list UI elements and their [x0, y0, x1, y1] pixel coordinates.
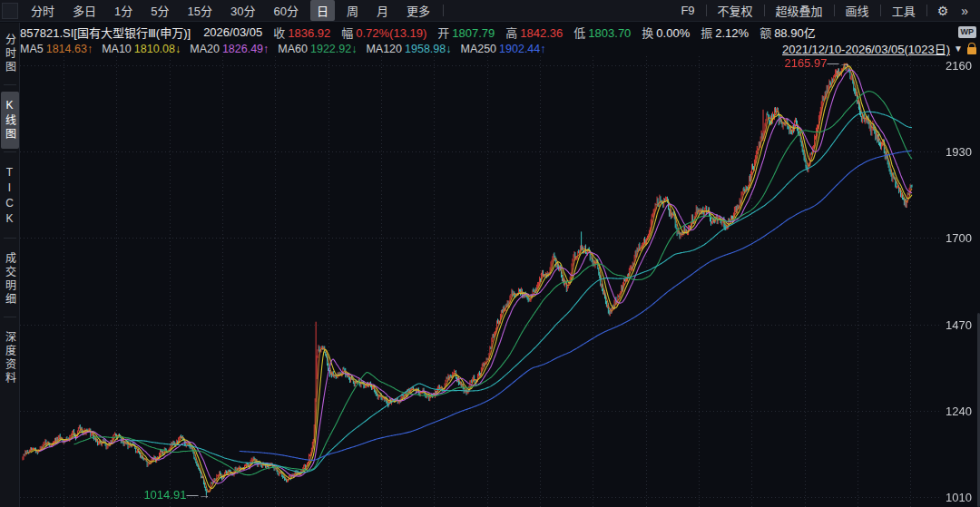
sidebar-divider	[4, 151, 16, 152]
period-tab-30分[interactable]: 30分	[224, 0, 261, 21]
unlock-icon[interactable]	[967, 47, 976, 54]
quote-date: 2026/03/05	[203, 25, 262, 39]
sidebar-divider	[4, 317, 16, 317]
ma-value-MA250: MA2501902.44↑	[460, 43, 545, 55]
quote-field-value: 1803.70	[588, 26, 631, 40]
ma-value-MA5: MA51814.63↑	[20, 43, 93, 55]
toolbar-divider	[706, 5, 707, 16]
corner-button[interactable]	[2, 3, 18, 19]
gear-icon[interactable]: ⚙	[931, 4, 956, 18]
sidebar-item-深度资料[interactable]: 深度资料	[1, 324, 19, 393]
toolbar-button-超级叠加[interactable]: 超级叠加	[769, 0, 830, 21]
toolbar-divider	[834, 5, 835, 16]
quote-field-value: 2.12%	[715, 26, 749, 40]
price-axis-label: 1930	[946, 145, 978, 159]
price-axis-label: 1010	[946, 491, 978, 504]
date-range-selector[interactable]: 2021/12/10-2026/03/05(1023日)	[782, 40, 950, 57]
period-tab-5分[interactable]: 5分	[144, 0, 175, 21]
low-price-annotation: 1014.91—→	[143, 488, 210, 502]
ma-value-MA10: MA101810.08↓	[102, 43, 181, 55]
toolbar-right: F9不复权超级叠加画线工具⚙»	[673, 0, 980, 21]
period-tabs: 分时多日1分5分15分30分60分日周月更多	[22, 0, 439, 21]
quote-field-label: 低	[573, 26, 585, 40]
kline-chart-area: 216019301700147012401010 2165.97—→ 1014.…	[20, 56, 980, 507]
sidebar-item-K线图[interactable]: K线图	[1, 92, 19, 149]
period-tab-月[interactable]: 月	[370, 0, 395, 21]
quote-field-value: 1807.79	[452, 26, 495, 40]
trading-terminal: 分时多日1分5分15分30分60分日周月更多 F9不复权超级叠加画线工具⚙» 8…	[0, 0, 980, 507]
sidebar-divider	[4, 84, 16, 85]
price-axis-label: 2160	[946, 59, 978, 73]
price-axis-label: 1240	[946, 405, 978, 418]
quote-field-value: 0.00%	[656, 26, 690, 40]
quote-field-label: 收	[273, 26, 285, 40]
toolbar-divider	[764, 5, 765, 16]
quote-field-label: 额	[760, 26, 771, 40]
period-tab-分时[interactable]: 分时	[24, 0, 61, 21]
quote-field-label: 开	[437, 26, 449, 40]
quote-field-label: 换	[642, 26, 653, 40]
overflow-chevrons-icon[interactable]: »	[955, 4, 975, 18]
sidebar-item-TICK[interactable]: TICK	[1, 159, 19, 235]
quote-field-label: 高	[505, 26, 517, 40]
sidebar-item-分时图[interactable]: 分时图	[1, 26, 19, 82]
quote-fields: 收1836.92幅0.72%(13.19)开1807.79高1842.36低18…	[273, 24, 826, 41]
toolbar-button-F9[interactable]: F9	[673, 2, 701, 19]
quote-field-value: 88.90亿	[774, 26, 816, 40]
price-axis-label: 1470	[946, 318, 978, 332]
price-axis-label: 1700	[946, 231, 978, 245]
period-tab-60分[interactable]: 60分	[267, 0, 304, 21]
ma-value-MA120: MA1201958.98↓	[366, 43, 451, 55]
ma-value-MA20: MA201826.49↑	[190, 43, 269, 55]
ma-bar-right: 2021/12/10-2026/03/05(1023日) ▼	[782, 40, 980, 57]
toolbar-button-工具[interactable]: 工具	[885, 0, 923, 21]
quote-field-label: 幅	[341, 26, 353, 40]
view-sidebar: 分时图K线图TICK成交明细深度资料	[0, 23, 20, 507]
symbol-title: 857821.SI[国有大型银行Ⅲ(申万)]	[20, 24, 191, 41]
period-tab-日[interactable]: 日	[310, 0, 335, 21]
high-price-annotation: 2165.97—→	[784, 56, 850, 70]
quote-field-label: 振	[701, 26, 712, 40]
toolbar-divider	[926, 5, 927, 16]
toolbar-button-不复权[interactable]: 不复权	[710, 0, 760, 21]
ma-values: MA51814.63↑MA101810.08↓MA201826.49↑MA601…	[20, 43, 555, 55]
toolbar-divider	[443, 5, 444, 16]
quote-field-value: 1836.92	[288, 26, 330, 40]
kline-canvas[interactable]	[20, 56, 980, 507]
sidebar-item-成交明细[interactable]: 成交明细	[1, 245, 19, 314]
quote-field-value: 0.72%(13.19)	[356, 26, 426, 40]
period-tab-多日[interactable]: 多日	[66, 0, 103, 21]
period-tab-周[interactable]: 周	[340, 0, 365, 21]
sidebar-divider	[4, 238, 16, 239]
period-tab-1分[interactable]: 1分	[108, 0, 139, 21]
quote-info-bar: 857821.SI[国有大型银行Ⅲ(申万)] 2026/03/05 收1836.…	[20, 23, 980, 41]
wp-widget-badge[interactable]: WP	[958, 26, 977, 38]
ma-value-MA60: MA601922.92↓	[278, 43, 357, 55]
period-toolbar: 分时多日1分5分15分30分60分日周月更多 F9不复权超级叠加画线工具⚙»	[0, 0, 980, 22]
quote-field-value: 1842.36	[520, 26, 563, 40]
period-tab-15分[interactable]: 15分	[181, 0, 219, 21]
toolbar-divider	[880, 5, 881, 16]
chevron-down-icon[interactable]: ▼	[954, 44, 963, 54]
toolbar-button-画线[interactable]: 画线	[838, 0, 877, 21]
ma-indicator-bar: MA51814.63↑MA101810.08↓MA201826.49↑MA601…	[20, 41, 980, 56]
period-tab-更多[interactable]: 更多	[400, 0, 436, 21]
